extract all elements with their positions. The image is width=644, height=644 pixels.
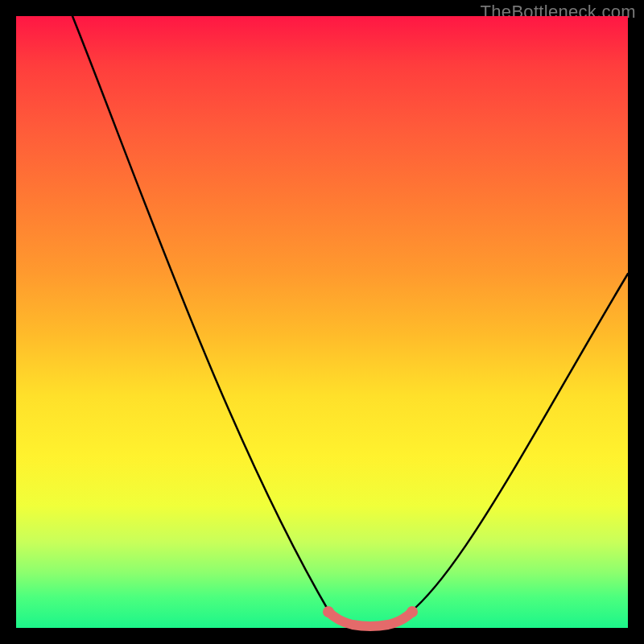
chart-frame: TheBottleneck.com bbox=[0, 0, 644, 644]
curve-layer bbox=[16, 16, 628, 628]
bottleneck-curve-line bbox=[72, 16, 628, 626]
optimal-zone-start-dot bbox=[323, 606, 334, 617]
optimal-zone-end-dot bbox=[407, 606, 418, 617]
optimal-zone-highlight bbox=[328, 612, 412, 626]
gradient-plot-area bbox=[16, 16, 628, 628]
